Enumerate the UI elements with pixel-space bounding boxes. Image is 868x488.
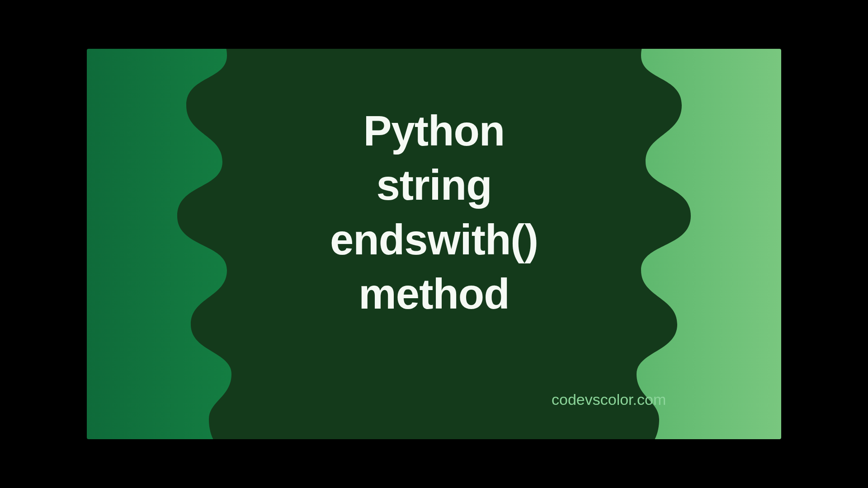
title-line-3: endswith() [330, 216, 538, 263]
banner-title: Python string endswith() method [330, 104, 538, 321]
banner-card: Python string endswith() method codevsco… [87, 49, 781, 439]
title-line-1: Python [363, 107, 505, 155]
title-line-2: string [376, 162, 491, 209]
watermark-text: codevscolor.com [552, 391, 666, 408]
title-line-4: method [359, 270, 509, 318]
